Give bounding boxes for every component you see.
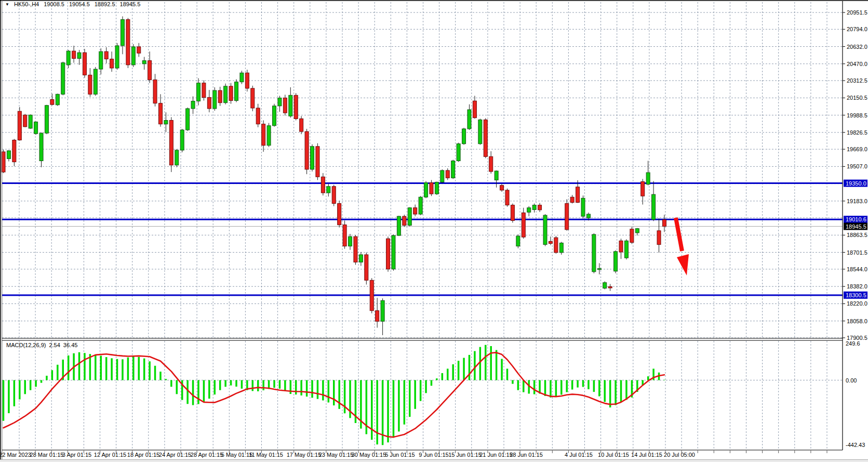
price-axis-label: 18058.0 (847, 318, 867, 324)
candle-body (137, 47, 141, 53)
candle-body (365, 255, 368, 280)
window-bottom-strip (0, 459, 868, 462)
price-axis-label: 18544.0 (847, 266, 867, 272)
candle-body (635, 229, 639, 233)
candlestick-chart[interactable]: 20951.520794.020632.020470.020312.520150… (0, 0, 868, 462)
time-axis-label: 20 Jul 05:00 (664, 452, 695, 458)
candle-body (240, 73, 244, 82)
candle-body (283, 98, 287, 113)
candle-body (110, 59, 114, 68)
candle-body (570, 197, 574, 202)
candle-body (164, 121, 168, 124)
candle-body (338, 204, 341, 225)
candle-body (419, 197, 422, 214)
time-axis-label: 4 Jul 01:15 (565, 452, 593, 458)
candle-body (592, 234, 596, 272)
candle-body (538, 205, 542, 210)
candle-body (435, 182, 438, 194)
candle-body (311, 147, 314, 169)
candle-body (505, 190, 509, 205)
candle-body (77, 52, 81, 58)
price-axis-label: 19183.0 (847, 198, 867, 204)
candle-body (267, 126, 271, 146)
candle-body (66, 51, 70, 65)
candle-body (88, 75, 92, 94)
candle-body (18, 111, 21, 140)
candle-body (630, 229, 634, 243)
candle-body (169, 121, 173, 165)
candle-body (202, 83, 206, 98)
candle-body (559, 243, 563, 252)
candle-body (99, 51, 103, 69)
candle-body (511, 205, 514, 221)
title-open-value: 19008.5 (44, 1, 64, 7)
candle-body (148, 61, 152, 80)
candle-body (83, 52, 86, 75)
current-price-badge-text: 18945.5 (846, 223, 866, 230)
candle-body (175, 150, 179, 165)
candle-body (332, 187, 336, 204)
down-arrow-annotation-head[interactable] (677, 254, 689, 275)
time-axis-label: 28 Mar 01:15 (30, 452, 64, 458)
price-axis-label: 20150.5 (847, 95, 867, 101)
candle-body (516, 236, 520, 246)
candle-body (61, 63, 65, 95)
candle-body (662, 220, 666, 227)
time-axis-label: 17 May 01:15 (287, 452, 322, 458)
candle-body (186, 109, 190, 130)
macd-name: MACD(12,26,9) (6, 342, 46, 348)
title-high-value: 19054.5 (69, 1, 90, 7)
candle-body (608, 287, 612, 288)
macd-axis-label: 0.00 (846, 377, 857, 384)
candle-body (262, 124, 265, 146)
price-axis-label: 20794.0 (847, 26, 867, 32)
candle-body (619, 241, 623, 252)
candle-body (29, 115, 32, 128)
price-axis-label: 19988.5 (847, 112, 867, 118)
candle-body (646, 173, 650, 184)
price-axis-label: 18701.5 (847, 249, 867, 256)
candle-body (224, 86, 228, 103)
price-axis-label: 19826.5 (847, 129, 867, 136)
candle-body (522, 213, 525, 237)
candle-body (191, 101, 195, 109)
price-axis-label: 20312.5 (847, 77, 867, 84)
time-axis-label: 28 Apr 01:15 (191, 452, 223, 458)
candle-body (652, 194, 656, 219)
candle-body (462, 129, 466, 144)
price-line-badge-text: 19010.6 (846, 216, 866, 222)
candle-body (7, 151, 10, 159)
candle-body (403, 216, 406, 225)
candle-body (343, 225, 346, 246)
chevron-down-icon[interactable]: ▼ (5, 2, 9, 7)
candle-body (549, 241, 552, 243)
time-axis-label: 21 Jun 01:15 (479, 452, 513, 458)
price-axis-label: 19669.0 (847, 146, 867, 152)
candle-body (115, 46, 119, 68)
candle-body (641, 182, 645, 196)
candle-body (158, 103, 162, 124)
candle-body (424, 183, 428, 197)
time-axis-label: 30 May 01:15 (352, 452, 386, 458)
candle-body (500, 186, 504, 190)
price-axis-label: 20632.0 (847, 44, 867, 50)
candle-body (532, 205, 536, 210)
candle-body (121, 20, 124, 46)
price-axis-label: 18382.0 (847, 283, 867, 289)
candle-body (581, 198, 585, 216)
candle-body (180, 130, 184, 150)
candle-body (603, 283, 607, 288)
candle-body (386, 239, 390, 269)
candle-body (104, 51, 108, 59)
down-arrow-annotation-shaft[interactable] (676, 218, 682, 251)
candle-body (440, 170, 444, 182)
candle-body (576, 187, 580, 203)
candle-body (413, 208, 417, 214)
candle-body (12, 140, 16, 162)
candle-body (543, 215, 547, 244)
candle-body (451, 161, 455, 178)
candle-body (495, 171, 498, 180)
candle-body (370, 280, 373, 310)
time-axis-label: 11 May 01:15 (249, 452, 283, 458)
title-low-value: 18892.5 (95, 1, 115, 7)
